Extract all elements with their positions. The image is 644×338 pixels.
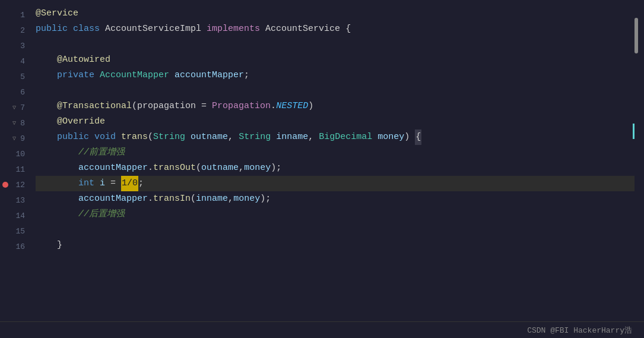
code-line-8: @Override [36, 114, 635, 129]
code-line-5: private AccountMapper accountMapper; [36, 68, 635, 83]
code-line-6 [36, 83, 635, 99]
gutter-line-3: 3 [0, 38, 25, 53]
breakpoint-12[interactable] [2, 182, 8, 188]
code-line-1: @Service [36, 6, 635, 21]
gutter-line-13: 13 [0, 192, 25, 208]
code-line-10: //前置增强 [36, 145, 635, 160]
code-line-14: //后置增强 [36, 207, 635, 222]
code-line-15 [36, 222, 635, 238]
fold-icon-8[interactable]: ▽ [11, 119, 18, 127]
gutter-line-2: 2 [0, 23, 25, 38]
highlight-division: 1/0 [121, 176, 138, 191]
gutter-line-14: 14 [0, 208, 25, 223]
gutter-line-15: 15 [0, 223, 25, 239]
code-line-4: @Autowired [36, 52, 635, 68]
gutter-line-11: 11 [0, 162, 25, 177]
code-line-9: public void trans(String outname, String… [36, 129, 635, 145]
gutter-line-8: ▽ 8 [0, 115, 25, 131]
fold-icon-7[interactable]: ▽ [11, 104, 18, 111]
watermark: CSDN @FBI HackerHarry浩 [527, 325, 632, 336]
gutter-line-6: 6 [0, 84, 25, 100]
code-area[interactable]: 1 2 3 4 5 6 ▽ 7 [0, 0, 644, 321]
gutter-line-16: 16 [0, 239, 25, 254]
code-editor: 1 2 3 4 5 6 ▽ 7 [0, 0, 644, 338]
gutter-line-10: 10 [0, 146, 25, 162]
line-numbers: 1 2 3 4 5 6 ▽ 7 [0, 6, 30, 315]
gutter-line-9: ▽ 9 [0, 131, 25, 146]
fold-icon-9[interactable]: ▽ [11, 135, 18, 142]
code-line-7: @Transactional(propagation = Propagation… [36, 99, 635, 114]
annotation-service: @Service [36, 6, 78, 21]
scrollbar-track[interactable] [635, 6, 644, 315]
gutter-line-7: ▽ 7 [0, 100, 25, 115]
gutter-line-1: 1 [0, 7, 25, 23]
gutter-line-4: 4 [0, 53, 25, 69]
code-line-13: accountMapper.transIn(inname,money); [36, 191, 635, 207]
bottom-bar: CSDN @FBI HackerHarry浩 [0, 321, 644, 338]
scrollbar-thumb[interactable] [635, 18, 638, 53]
code-line-3 [36, 37, 635, 52]
code-line-11: accountMapper.transOut(outname,money); [36, 160, 635, 176]
gutter-line-12: 12 [0, 177, 25, 192]
code-line-12: int i = 1/0; [36, 176, 635, 191]
code-line-2: public class AccountServiceImpl implemen… [36, 21, 635, 37]
code-line-16: } [36, 238, 635, 253]
gutter-line-5: 5 [0, 69, 25, 84]
code-content: @Service public class AccountServiceImpl… [30, 6, 635, 315]
